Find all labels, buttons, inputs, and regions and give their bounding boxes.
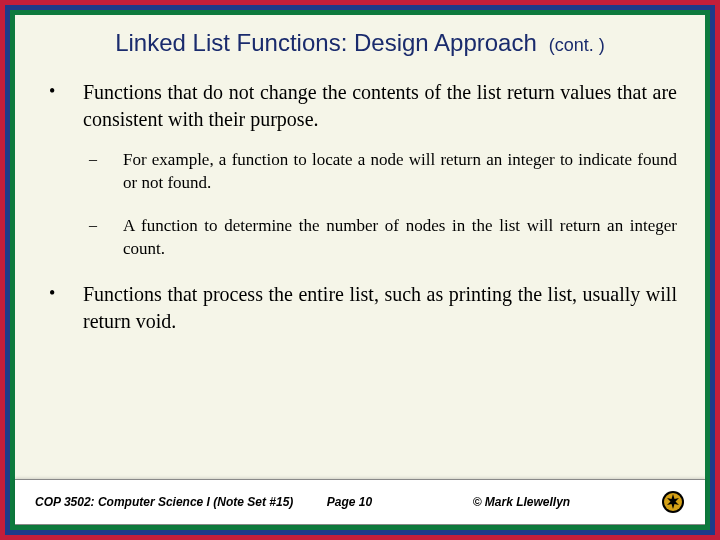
sub-bullet-marker: – [87, 149, 123, 195]
sub-bullet-text: For example, a function to locate a node… [123, 149, 677, 195]
sub-bullet-item: – A function to determine the number of … [87, 215, 677, 261]
slide-title: Linked List Functions: Design Approach [115, 29, 537, 56]
bullet-text: Functions that process the entire list, … [83, 281, 677, 335]
title-area: Linked List Functions: Design Approach (… [43, 29, 677, 57]
sub-bullet-text: A function to determine the number of no… [123, 215, 677, 261]
slide-footer: COP 3502: Computer Science I (Note Set #… [15, 479, 705, 525]
bullet-item: • Functions that do not change the conte… [43, 79, 677, 133]
bullet-item: • Functions that process the entire list… [43, 281, 677, 335]
footer-course: COP 3502: Computer Science I (Note Set #… [35, 495, 327, 509]
slide-content: Linked List Functions: Design Approach (… [15, 15, 705, 525]
footer-page: Page 10 [327, 495, 473, 509]
sub-bullet-marker: – [87, 215, 123, 261]
slide-title-cont: (cont. ) [549, 35, 605, 55]
bullet-marker: • [43, 281, 83, 335]
bullet-text: Functions that do not change the content… [83, 79, 677, 133]
ucf-logo-icon [661, 490, 685, 514]
content-area: • Functions that do not change the conte… [43, 79, 677, 479]
sub-bullet-item: – For example, a function to locate a no… [87, 149, 677, 195]
bullet-marker: • [43, 79, 83, 133]
outer-border-blue: Linked List Functions: Design Approach (… [5, 5, 715, 535]
outer-border-green: Linked List Functions: Design Approach (… [10, 10, 710, 530]
footer-copyright: © Mark Llewellyn [473, 495, 655, 509]
